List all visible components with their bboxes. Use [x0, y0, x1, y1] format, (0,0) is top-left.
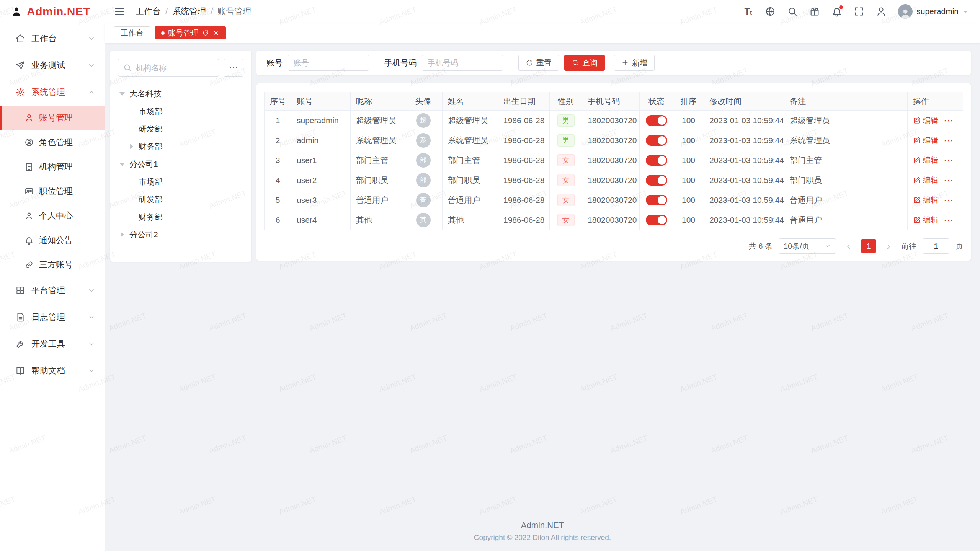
- tree-node-label: 大名科技: [129, 88, 162, 99]
- document-icon: [15, 312, 25, 322]
- sidebar-item-post-management[interactable]: 职位管理: [0, 179, 105, 204]
- notification-badge: [839, 5, 843, 9]
- more-actions-button[interactable]: ⋯: [944, 155, 954, 165]
- edit-pencil-icon: [913, 137, 921, 144]
- tree-node-dept[interactable]: 研发部: [118, 191, 243, 208]
- edit-button[interactable]: 编辑: [913, 155, 938, 165]
- sidebar-item-dev-tools[interactable]: 开发工具: [0, 331, 105, 357]
- tree-node-label: 研发部: [139, 194, 163, 205]
- tree-node-dept[interactable]: 市场部: [118, 103, 243, 120]
- accounts-table-card: 序号 账号 昵称 头像 姓名 出生日期 性别 手机号码 状态 排序 修改时间: [256, 83, 971, 261]
- caret-down-icon[interactable]: [118, 160, 126, 168]
- globe-icon[interactable]: [765, 6, 776, 17]
- sidebar-item-org-management[interactable]: 机构管理: [0, 155, 105, 179]
- sidebar-item-log-management[interactable]: 日志管理: [0, 304, 105, 331]
- notification-bell-icon[interactable]: [831, 6, 842, 17]
- tree-node-branch2[interactable]: 分公司2: [118, 226, 243, 243]
- tree-node-label: 市场部: [139, 176, 163, 187]
- chevron-down-icon: [88, 287, 95, 294]
- more-actions-button[interactable]: ⋯: [944, 135, 954, 145]
- add-button[interactable]: 新增: [614, 55, 655, 71]
- more-actions-button[interactable]: ⋯: [944, 116, 954, 126]
- status-toggle[interactable]: [646, 115, 667, 126]
- status-toggle[interactable]: [646, 215, 667, 225]
- caret-right-icon[interactable]: [118, 230, 126, 239]
- caret-right-icon[interactable]: [127, 142, 136, 151]
- status-toggle[interactable]: [646, 175, 667, 186]
- tree-node-dept[interactable]: 市场部: [118, 173, 243, 191]
- sidebar-item-label: 平台管理: [31, 285, 82, 296]
- page-number-current[interactable]: 1: [861, 239, 876, 253]
- search-button[interactable]: 查询: [564, 55, 605, 71]
- page-suffix-label: 页: [956, 241, 963, 251]
- footer-copyright: Copyright © 2022 Dilon All rights reserv…: [105, 533, 980, 542]
- prev-page-button[interactable]: ‹: [842, 239, 855, 253]
- edit-button[interactable]: 编辑: [913, 215, 938, 225]
- font-size-icon[interactable]: Tt: [743, 6, 753, 17]
- sidebar-item-label: 系统管理: [31, 86, 82, 98]
- edit-button[interactable]: 编辑: [913, 195, 938, 205]
- more-actions-button[interactable]: ⋯: [944, 195, 954, 205]
- breadcrumb-system[interactable]: 系统管理: [172, 6, 206, 17]
- username: superadmin: [916, 7, 959, 16]
- status-toggle[interactable]: [646, 195, 667, 205]
- refresh-tab-icon[interactable]: [202, 29, 209, 36]
- col-order: 排序: [673, 92, 704, 111]
- sidebar-item-third-party-account[interactable]: 三方账号: [0, 253, 105, 277]
- tree-node-dept[interactable]: 研发部: [118, 120, 243, 138]
- breadcrumb-separator: /: [165, 7, 168, 16]
- more-actions-button[interactable]: ⋯: [944, 215, 954, 225]
- profile-link-icon[interactable]: [876, 6, 887, 17]
- tree-node-dept[interactable]: 财务部: [118, 208, 243, 226]
- tree-node-branch1[interactable]: 分公司1: [118, 155, 243, 173]
- gender-badge: 女: [557, 194, 575, 206]
- org-search: [118, 59, 219, 77]
- tab-workbench[interactable]: 工作台: [114, 26, 150, 39]
- tree-node-dept[interactable]: 财务部: [118, 138, 243, 155]
- caret-down-icon[interactable]: [118, 90, 126, 98]
- sidebar-item-platform-management[interactable]: 平台管理: [0, 277, 105, 304]
- row-avatar: 部: [416, 153, 431, 168]
- tree-more-button[interactable]: ⋯: [224, 59, 243, 77]
- sidebar-item-label: 帮助文档: [31, 365, 82, 377]
- sidebar-item-label: 账号管理: [39, 112, 73, 124]
- content: ⋯ 大名科技 市场部 研发部: [105, 43, 980, 515]
- sidebar-item-system-management[interactable]: 系统管理: [0, 79, 105, 106]
- home-icon: [15, 34, 25, 44]
- edit-button[interactable]: 编辑: [913, 135, 938, 145]
- sidebar-item-personal-center[interactable]: 个人中心: [0, 204, 105, 228]
- edit-button[interactable]: 编辑: [913, 115, 938, 126]
- sidebar-item-workbench[interactable]: 工作台: [0, 25, 105, 52]
- account-input[interactable]: [288, 55, 369, 71]
- next-page-button[interactable]: ›: [882, 239, 895, 253]
- tab-account-management[interactable]: 账号管理: [155, 26, 226, 39]
- goto-page-input[interactable]: [923, 238, 949, 254]
- logo-text: Admin.NET: [27, 5, 90, 18]
- more-actions-button[interactable]: ⋯: [944, 175, 954, 185]
- fullscreen-icon[interactable]: [854, 6, 864, 17]
- close-tab-icon[interactable]: [212, 29, 219, 36]
- sidebar-item-business-test[interactable]: 业务测试: [0, 52, 105, 79]
- sidebar-item-help-docs[interactable]: 帮助文档: [0, 357, 105, 384]
- reset-button[interactable]: 重置: [518, 55, 559, 71]
- breadcrumb-workbench[interactable]: 工作台: [136, 6, 161, 17]
- sidebar-item-role-management[interactable]: 角色管理: [0, 130, 105, 155]
- topbar: 工作台 / 系统管理 / 账号管理 Tt superadmin: [105, 0, 980, 23]
- org-name-search-input[interactable]: [118, 59, 219, 77]
- theme-skin-icon[interactable]: [809, 6, 820, 17]
- page-size-select[interactable]: 10条/页: [779, 238, 836, 254]
- hamburger-menu-icon[interactable]: [114, 6, 125, 17]
- search-icon[interactable]: [787, 6, 798, 17]
- tab-label: 账号管理: [168, 28, 199, 38]
- tree-node-company[interactable]: 大名科技: [118, 85, 243, 103]
- status-toggle[interactable]: [646, 155, 667, 166]
- edit-pencil-icon: [913, 196, 921, 204]
- phone-input[interactable]: [422, 55, 503, 71]
- status-toggle[interactable]: [646, 135, 667, 146]
- row-avatar: 超: [416, 113, 431, 128]
- col-phone: 手机号码: [582, 92, 640, 111]
- sidebar-item-notice[interactable]: 通知公告: [0, 228, 105, 253]
- user-menu[interactable]: superadmin: [898, 4, 969, 19]
- sidebar-item-account-management[interactable]: 账号管理: [0, 106, 105, 130]
- edit-button[interactable]: 编辑: [913, 175, 938, 185]
